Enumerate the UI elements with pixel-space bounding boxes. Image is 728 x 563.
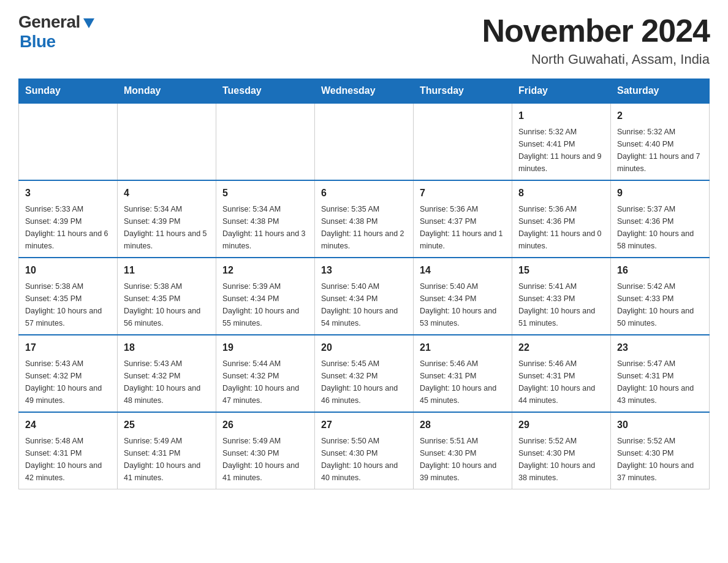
day-number: 9 [617, 186, 703, 201]
day-info: Sunrise: 5:43 AMSunset: 4:32 PMDaylight:… [25, 358, 111, 407]
table-row: 25Sunrise: 5:49 AMSunset: 4:31 PMDayligh… [118, 412, 216, 489]
day-number: 19 [222, 340, 308, 355]
day-info: Sunrise: 5:34 AMSunset: 4:38 PMDaylight:… [222, 203, 308, 252]
logo-general-text: General [18, 12, 80, 32]
logo-triangle-icon [82, 16, 96, 29]
day-info: Sunrise: 5:48 AMSunset: 4:31 PMDaylight:… [25, 435, 111, 484]
day-info: Sunrise: 5:38 AMSunset: 4:35 PMDaylight:… [25, 280, 111, 329]
day-info: Sunrise: 5:40 AMSunset: 4:34 PMDaylight:… [420, 280, 506, 329]
calendar-week-row: 24Sunrise: 5:48 AMSunset: 4:31 PMDayligh… [19, 412, 710, 489]
day-number: 13 [321, 263, 407, 278]
table-row: 5Sunrise: 5:34 AMSunset: 4:38 PMDaylight… [216, 180, 315, 258]
day-number: 2 [617, 109, 703, 123]
day-number: 18 [124, 340, 210, 355]
table-row [414, 103, 512, 180]
day-info: Sunrise: 5:42 AMSunset: 4:33 PMDaylight:… [617, 280, 703, 329]
svg-marker-0 [83, 18, 94, 28]
table-row: 19Sunrise: 5:44 AMSunset: 4:32 PMDayligh… [216, 335, 315, 412]
day-number: 30 [617, 418, 703, 432]
day-number: 12 [222, 263, 308, 278]
table-row: 29Sunrise: 5:52 AMSunset: 4:30 PMDayligh… [512, 412, 611, 489]
day-number: 21 [420, 340, 506, 355]
table-row: 14Sunrise: 5:40 AMSunset: 4:34 PMDayligh… [414, 258, 512, 335]
calendar-week-row: 10Sunrise: 5:38 AMSunset: 4:35 PMDayligh… [19, 258, 710, 335]
day-number: 1 [518, 109, 604, 123]
day-number: 14 [420, 263, 506, 278]
logo-blue-text: Blue [20, 32, 56, 51]
day-number: 20 [321, 340, 407, 355]
day-number: 23 [617, 340, 703, 355]
day-info: Sunrise: 5:46 AMSunset: 4:31 PMDaylight:… [518, 358, 604, 407]
table-row: 6Sunrise: 5:35 AMSunset: 4:38 PMDaylight… [315, 180, 414, 258]
page-header: General Blue November 2024 North Guwahat… [18, 12, 710, 67]
day-info: Sunrise: 5:35 AMSunset: 4:38 PMDaylight:… [321, 203, 407, 252]
day-number: 28 [420, 418, 506, 432]
table-row: 26Sunrise: 5:49 AMSunset: 4:30 PMDayligh… [216, 412, 315, 489]
day-info: Sunrise: 5:47 AMSunset: 4:31 PMDaylight:… [617, 358, 703, 407]
day-info: Sunrise: 5:52 AMSunset: 4:30 PMDaylight:… [617, 435, 703, 484]
table-row: 2Sunrise: 5:32 AMSunset: 4:40 PMDaylight… [611, 103, 710, 180]
title-section: November 2024 North Guwahati, Assam, Ind… [482, 12, 710, 67]
day-number: 4 [124, 186, 210, 201]
day-info: Sunrise: 5:46 AMSunset: 4:31 PMDaylight:… [420, 358, 506, 407]
table-row: 4Sunrise: 5:34 AMSunset: 4:39 PMDaylight… [118, 180, 216, 258]
table-row: 17Sunrise: 5:43 AMSunset: 4:32 PMDayligh… [19, 335, 118, 412]
table-row: 23Sunrise: 5:47 AMSunset: 4:31 PMDayligh… [611, 335, 710, 412]
header-tuesday: Tuesday [216, 79, 315, 104]
table-row: 27Sunrise: 5:50 AMSunset: 4:30 PMDayligh… [315, 412, 414, 489]
table-row [315, 103, 414, 180]
day-info: Sunrise: 5:41 AMSunset: 4:33 PMDaylight:… [518, 280, 604, 329]
day-info: Sunrise: 5:51 AMSunset: 4:30 PMDaylight:… [420, 435, 506, 484]
table-row: 3Sunrise: 5:33 AMSunset: 4:39 PMDaylight… [19, 180, 118, 258]
day-info: Sunrise: 5:32 AMSunset: 4:41 PMDaylight:… [518, 126, 604, 175]
day-number: 29 [518, 418, 604, 432]
calendar-header-row: Sunday Monday Tuesday Wednesday Thursday… [19, 79, 710, 104]
day-info: Sunrise: 5:33 AMSunset: 4:39 PMDaylight:… [25, 203, 111, 252]
calendar-table: Sunday Monday Tuesday Wednesday Thursday… [18, 79, 710, 489]
table-row: 12Sunrise: 5:39 AMSunset: 4:34 PMDayligh… [216, 258, 315, 335]
table-row [216, 103, 315, 180]
day-number: 6 [321, 186, 407, 201]
header-saturday: Saturday [611, 79, 710, 104]
table-row [118, 103, 216, 180]
table-row: 20Sunrise: 5:45 AMSunset: 4:32 PMDayligh… [315, 335, 414, 412]
table-row: 28Sunrise: 5:51 AMSunset: 4:30 PMDayligh… [414, 412, 512, 489]
logo: General Blue [18, 12, 96, 52]
table-row: 30Sunrise: 5:52 AMSunset: 4:30 PMDayligh… [611, 412, 710, 489]
calendar-title: November 2024 [482, 12, 710, 49]
table-row: 16Sunrise: 5:42 AMSunset: 4:33 PMDayligh… [611, 258, 710, 335]
day-number: 11 [124, 263, 210, 278]
day-number: 7 [420, 186, 506, 201]
calendar-week-row: 1Sunrise: 5:32 AMSunset: 4:41 PMDaylight… [19, 103, 710, 180]
table-row: 21Sunrise: 5:46 AMSunset: 4:31 PMDayligh… [414, 335, 512, 412]
table-row: 24Sunrise: 5:48 AMSunset: 4:31 PMDayligh… [19, 412, 118, 489]
day-number: 16 [617, 263, 703, 278]
table-row: 15Sunrise: 5:41 AMSunset: 4:33 PMDayligh… [512, 258, 611, 335]
calendar-subtitle: North Guwahati, Assam, India [482, 52, 710, 67]
day-number: 27 [321, 418, 407, 432]
day-info: Sunrise: 5:40 AMSunset: 4:34 PMDaylight:… [321, 280, 407, 329]
header-thursday: Thursday [414, 79, 512, 104]
table-row: 22Sunrise: 5:46 AMSunset: 4:31 PMDayligh… [512, 335, 611, 412]
day-number: 15 [518, 263, 604, 278]
day-number: 17 [25, 340, 111, 355]
day-info: Sunrise: 5:36 AMSunset: 4:37 PMDaylight:… [420, 203, 506, 252]
day-info: Sunrise: 5:34 AMSunset: 4:39 PMDaylight:… [124, 203, 210, 252]
day-info: Sunrise: 5:44 AMSunset: 4:32 PMDaylight:… [222, 358, 308, 407]
table-row [19, 103, 118, 180]
day-info: Sunrise: 5:45 AMSunset: 4:32 PMDaylight:… [321, 358, 407, 407]
table-row: 9Sunrise: 5:37 AMSunset: 4:36 PMDaylight… [611, 180, 710, 258]
day-info: Sunrise: 5:52 AMSunset: 4:30 PMDaylight:… [518, 435, 604, 484]
table-row: 11Sunrise: 5:38 AMSunset: 4:35 PMDayligh… [118, 258, 216, 335]
table-row: 7Sunrise: 5:36 AMSunset: 4:37 PMDaylight… [414, 180, 512, 258]
day-info: Sunrise: 5:49 AMSunset: 4:31 PMDaylight:… [124, 435, 210, 484]
table-row: 13Sunrise: 5:40 AMSunset: 4:34 PMDayligh… [315, 258, 414, 335]
header-friday: Friday [512, 79, 611, 104]
table-row: 18Sunrise: 5:43 AMSunset: 4:32 PMDayligh… [118, 335, 216, 412]
day-number: 10 [25, 263, 111, 278]
calendar-week-row: 17Sunrise: 5:43 AMSunset: 4:32 PMDayligh… [19, 335, 710, 412]
day-number: 5 [222, 186, 308, 201]
day-number: 3 [25, 186, 111, 201]
table-row: 8Sunrise: 5:36 AMSunset: 4:36 PMDaylight… [512, 180, 611, 258]
day-info: Sunrise: 5:39 AMSunset: 4:34 PMDaylight:… [222, 280, 308, 329]
